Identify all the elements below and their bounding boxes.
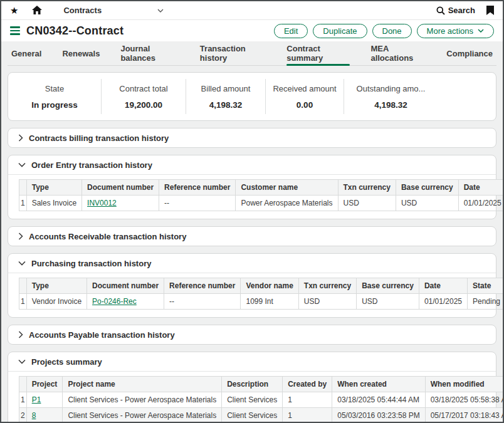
- home-icon[interactable]: [32, 6, 42, 15]
- bookmark-icon[interactable]: [486, 6, 494, 15]
- done-button[interactable]: Done: [372, 24, 412, 38]
- record-actions: Edit Duplicate Done More actions: [274, 24, 494, 38]
- summary-field-contract-total: Contract total 19,200.00: [101, 79, 186, 114]
- column-header: Document number: [82, 180, 159, 196]
- table-cell: 05/17/2017 03:18:43 AM: [425, 408, 504, 423]
- summary-field-state: State In progress: [8, 79, 101, 114]
- section-order-entry: Order Entry transaction history TypeDocu…: [8, 155, 496, 219]
- section-toggle-accounts-receivable[interactable]: Accounts Receivable transaction history: [8, 227, 496, 246]
- tab-mea-allocations[interactable]: MEA allocations: [370, 41, 426, 65]
- purchasing-table-container: TypeDocument numberReference numberVendo…: [8, 273, 496, 317]
- data-table: TypeDocument numberReference numberCusto…: [19, 179, 504, 211]
- tab-transaction-history[interactable]: Transaction history: [200, 41, 266, 65]
- table-cell: Client Services - Power Aerospace Materi…: [63, 408, 222, 423]
- section-title: Accounts Receivable transaction history: [29, 232, 186, 241]
- row-number-cell: 1: [19, 196, 27, 211]
- search-label: Search: [448, 6, 475, 15]
- chevron-down-icon: [18, 162, 26, 167]
- summary-field-billed-amount: Billed amount 4,198.32: [186, 79, 265, 114]
- search-button[interactable]: Search: [436, 6, 475, 15]
- chevron-right-icon: [18, 232, 23, 240]
- more-actions-label: More actions: [427, 26, 473, 36]
- table-cell: 8: [26, 408, 63, 423]
- section-title: Projects summary: [31, 357, 102, 367]
- chevron-right-icon: [18, 331, 23, 338]
- table-cell: 1: [283, 408, 332, 423]
- row-number-cell: 1: [19, 392, 27, 408]
- topbar-right-group: Search: [436, 6, 494, 15]
- table-cell: 03/18/2025 05:58:38 AM: [425, 392, 504, 408]
- column-header: Date: [458, 180, 504, 196]
- tab-journal-balances[interactable]: Journal balances: [120, 41, 179, 65]
- section-title: Contracts billing transaction history: [29, 133, 169, 143]
- column-header: Reference number: [159, 180, 236, 196]
- column-header: Date: [419, 278, 467, 294]
- table-header-row: TypeDocument numberReference numberVendo…: [19, 278, 504, 294]
- favorites-star-icon[interactable]: ★: [10, 6, 18, 15]
- column-header: Reference number: [164, 278, 241, 294]
- table-row: 1P1Client Services - Power Aerospace Mat…: [19, 392, 504, 408]
- tab-contract-summary[interactable]: Contract summary: [286, 41, 350, 65]
- cell-link[interactable]: Po-0246-Rec: [92, 297, 137, 306]
- more-actions-button[interactable]: More actions: [417, 24, 494, 38]
- summary-field-outstanding-amount: Outstanding amo... 4,198.32: [344, 79, 438, 114]
- table-cell: Po-0246-Rec: [87, 294, 164, 310]
- record-list-icon[interactable]: [10, 26, 20, 35]
- column-header: [19, 278, 27, 294]
- table-cell: Client Services - Power Aerospace Materi…: [63, 392, 222, 408]
- table-row: 1Vendor InvoicePo-0246-Rec--1099 IntUSDU…: [19, 294, 504, 310]
- summary-totals-card: State In progress Contract total 19,200.…: [8, 72, 496, 121]
- column-header: Document number: [87, 278, 164, 294]
- table-cell: 05/03/2016 03:23:58 PM: [332, 408, 425, 423]
- section-toggle-projects-summary[interactable]: Projects summary: [8, 352, 496, 371]
- row-number-cell: 1: [19, 294, 27, 310]
- data-table: ProjectProject nameDescriptionCreated by…: [19, 376, 504, 423]
- cell-link[interactable]: INV0012: [87, 199, 117, 207]
- summary-field-received-amount: Received amount 0.00: [265, 79, 344, 114]
- duplicate-button[interactable]: Duplicate: [313, 24, 367, 38]
- field-value: In progress: [31, 100, 78, 110]
- table-cell: 01/01/2025: [458, 196, 504, 211]
- table-cell: USD: [338, 196, 396, 211]
- tab-renewals[interactable]: Renewals: [62, 41, 100, 65]
- tab-compliance[interactable]: Compliance: [446, 41, 493, 65]
- cell-link[interactable]: P1: [32, 395, 41, 404]
- nav-dropdown-label: Contracts: [63, 6, 102, 15]
- column-header: Txn currency: [298, 278, 356, 294]
- column-header: Customer name: [236, 180, 338, 196]
- cell-link[interactable]: 8: [32, 411, 36, 420]
- table-cell: 03/18/2025 05:44:44 AM: [332, 392, 425, 408]
- nav-dropdown-contracts[interactable]: Contracts: [63, 6, 164, 15]
- page-title: CN0342--Contract: [26, 24, 123, 38]
- column-header: Vendor name: [241, 278, 298, 294]
- field-value: 0.00: [297, 100, 313, 110]
- field-label: Received amount: [273, 84, 336, 93]
- section-toggle-accounts-payable[interactable]: Accounts Payable transaction history: [8, 325, 496, 344]
- field-label: State: [45, 84, 64, 93]
- column-header: Base currency: [396, 180, 458, 196]
- section-toggle-purchasing[interactable]: Purchasing transaction history: [8, 254, 496, 273]
- table-cell: 1: [283, 392, 332, 408]
- table-header-row: TypeDocument numberReference numberCusto…: [19, 180, 504, 196]
- section-toggle-contracts-billing[interactable]: Contracts billing transaction history: [8, 128, 496, 147]
- edit-button[interactable]: Edit: [274, 24, 308, 38]
- column-header: Project: [26, 377, 63, 392]
- table-cell: --: [159, 196, 236, 211]
- table-header-row: ProjectProject nameDescriptionCreated by…: [19, 377, 504, 392]
- field-value: 4,198.32: [374, 100, 407, 110]
- column-header: [19, 377, 27, 392]
- section-title: Accounts Payable transaction history: [29, 330, 175, 340]
- column-header: When modified: [425, 377, 504, 392]
- table-cell: Power Aerospace Materials: [236, 196, 338, 211]
- table-row: 28Client Services - Power Aerospace Mate…: [19, 408, 504, 423]
- chevron-down-icon: [157, 9, 164, 13]
- section-purchasing: Purchasing transaction history TypeDocum…: [8, 253, 496, 318]
- table-cell: INV0012: [82, 196, 159, 211]
- section-accounts-receivable: Accounts Receivable transaction history: [8, 226, 496, 246]
- tab-general[interactable]: General: [11, 41, 41, 65]
- section-toggle-order-entry[interactable]: Order Entry transaction history: [8, 155, 496, 174]
- column-header: State: [467, 278, 504, 294]
- field-label: Billed amount: [201, 84, 251, 93]
- table-cell: Pending: [467, 294, 504, 310]
- section-title: Order Entry transaction history: [31, 160, 152, 170]
